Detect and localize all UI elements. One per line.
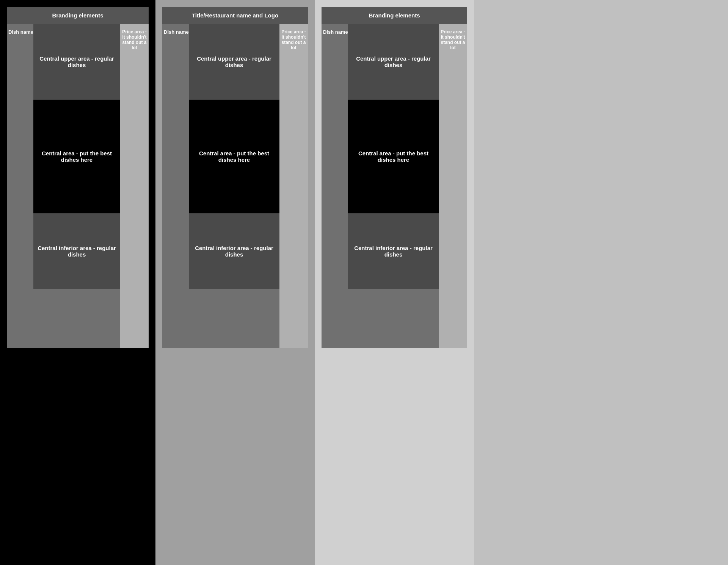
- central-upper-1: Central upper area - regular dishes: [33, 24, 120, 100]
- central-upper-3: Central upper area - regular dishes: [348, 24, 439, 100]
- central-upper-2: Central upper area - regular dishes: [189, 24, 279, 100]
- menu-body-3: Dish names Central upper area - regular …: [322, 24, 467, 348]
- central-column-1: Central upper area - regular dishes Cent…: [33, 24, 120, 348]
- menu-body-2: Dish names Central upper area - regular …: [162, 24, 308, 348]
- panel-1: Branding elements Dish names Central upp…: [0, 0, 155, 565]
- central-upper-label-1: Central upper area - regular dishes: [37, 55, 116, 68]
- branding-label-3: Branding elements: [369, 12, 420, 19]
- central-main-label-1: Central area - put the best dishes here: [37, 150, 116, 163]
- branding-label-1: Branding elements: [52, 12, 103, 19]
- menu-body-1: Dish names Central upper area - regular …: [7, 24, 149, 348]
- branding-label-2: Title/Restaurant name and Logo: [192, 12, 278, 19]
- central-lower-label-3: Central inferior area - regular dishes: [352, 245, 435, 258]
- central-lower-1: Central inferior area - regular dishes: [33, 213, 120, 289]
- central-main-1: Central area - put the best dishes here: [33, 100, 120, 213]
- central-upper-label-2: Central upper area - regular dishes: [193, 55, 276, 68]
- price-label-1: Price area - it shouldn't stand out a lo…: [122, 29, 147, 50]
- dish-names-1: Dish names: [7, 24, 33, 348]
- central-main-label-2: Central area - put the best dishes here: [193, 150, 276, 163]
- dish-names-2: Dish names: [162, 24, 189, 348]
- central-upper-label-3: Central upper area - regular dishes: [352, 55, 435, 68]
- panel-2: Title/Restaurant name and Logo Dish name…: [155, 0, 315, 565]
- price-column-1: Price area - it shouldn't stand out a lo…: [120, 24, 149, 348]
- central-main-label-3: Central area - put the best dishes here: [352, 150, 435, 163]
- central-main-2: Central area - put the best dishes here: [189, 100, 279, 213]
- central-main-3: Central area - put the best dishes here: [348, 100, 439, 213]
- menu-card-1: Branding elements Dish names Central upp…: [7, 7, 149, 348]
- price-column-3: Price area - it shouldn't stand out a lo…: [439, 24, 467, 348]
- central-lower-3: Central inferior area - regular dishes: [348, 213, 439, 289]
- dish-names-3: Dish names: [322, 24, 348, 348]
- branding-bar-1: Branding elements: [7, 7, 149, 24]
- branding-bar-3: Branding elements: [322, 7, 467, 24]
- menu-card-2: Title/Restaurant name and Logo Dish name…: [162, 7, 308, 348]
- menu-card-3: Branding elements Dish names Central upp…: [322, 7, 467, 348]
- central-column-3: Central upper area - regular dishes Cent…: [348, 24, 439, 348]
- price-label-2: Price area - it shouldn't stand out a lo…: [281, 29, 306, 50]
- central-column-2: Central upper area - regular dishes Cent…: [189, 24, 279, 348]
- price-label-3: Price area - it shouldn't stand out a lo…: [440, 29, 466, 50]
- panel-3: Branding elements Dish names Central upp…: [315, 0, 474, 565]
- price-column-2: Price area - it shouldn't stand out a lo…: [279, 24, 308, 348]
- central-lower-label-2: Central inferior area - regular dishes: [193, 245, 276, 258]
- branding-bar-2: Title/Restaurant name and Logo: [162, 7, 308, 24]
- central-lower-2: Central inferior area - regular dishes: [189, 213, 279, 289]
- central-lower-label-1: Central inferior area - regular dishes: [37, 245, 116, 258]
